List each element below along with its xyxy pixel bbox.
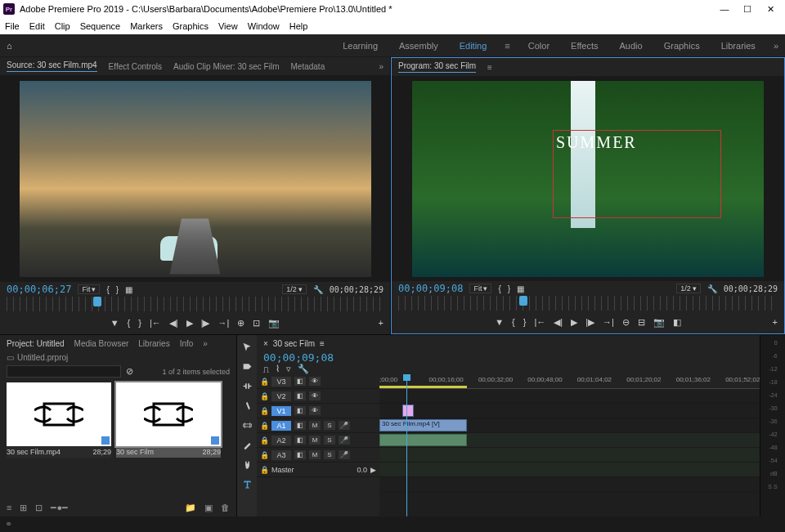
step-back-icon[interactable]: ◀| — [554, 317, 563, 328]
type-tool-icon[interactable] — [240, 477, 253, 490]
track-a2-header[interactable]: 🔒A2◧MS🎤 — [257, 433, 379, 448]
timeline-tracks-area[interactable]: ;00;00 00;00;16;00 00;00;32;00 00;00;48;… — [379, 374, 760, 516]
slip-tool-icon[interactable] — [240, 418, 253, 431]
track-a3-header[interactable]: 🔒A3◧MS🎤 — [257, 448, 379, 463]
menu-graphics[interactable]: Graphics — [173, 21, 209, 31]
clip-thumbnail[interactable] — [7, 382, 111, 446]
minimize-button[interactable]: — — [713, 4, 736, 14]
timeline-tab[interactable]: 30 sec Film — [273, 339, 315, 348]
tab-info[interactable]: Info — [180, 339, 194, 348]
play-icon[interactable]: ▶ — [571, 317, 577, 328]
marker-add-icon[interactable]: ▿ — [286, 364, 291, 374]
tab-metadata[interactable]: Metadata — [291, 62, 325, 71]
tab-audio-mixer[interactable]: Audio Clip Mixer: 30 sec Film — [173, 62, 279, 71]
marker-icon[interactable]: ▼ — [110, 318, 119, 328]
step-back-icon[interactable]: ◀| — [169, 318, 178, 329]
out-point-icon[interactable]: } — [138, 318, 141, 328]
freeform-view-icon[interactable]: ⊡ — [35, 503, 43, 513]
goto-in-icon[interactable]: |← — [150, 318, 161, 328]
menu-clip[interactable]: Clip — [55, 21, 70, 31]
track-v2-header[interactable]: 🔒V2◧👁 — [257, 389, 379, 404]
ripple-edit-tool-icon[interactable] — [240, 379, 253, 392]
program-zoom-fit[interactable]: Fit▾ — [469, 284, 491, 293]
title-text-overlay[interactable]: SUMMER — [553, 130, 640, 155]
overwrite-icon[interactable]: ⊡ — [253, 318, 260, 329]
marker-icon[interactable]: ▼ — [495, 317, 504, 327]
search-clear-icon[interactable]: ⊘ — [126, 366, 133, 377]
selection-tool-icon[interactable] — [240, 340, 253, 353]
step-fwd-icon[interactable]: |▶ — [585, 317, 594, 328]
bracket-in-icon[interactable]: { — [106, 285, 109, 294]
timeline-ruler[interactable]: ;00;00 00;00;16;00 00;00;32;00 00;00;48;… — [379, 374, 760, 389]
new-bin-icon[interactable]: 📁 — [185, 503, 196, 513]
track-v3-header[interactable]: 🔒V3◧👁 — [257, 374, 379, 389]
ws-menu-icon[interactable]: ≡ — [505, 41, 509, 51]
tab-source[interactable]: Source: 30 sec Film.mp4 — [7, 60, 97, 72]
program-monitor-view[interactable]: SUMMER — [392, 76, 784, 281]
project-search-input[interactable] — [7, 365, 121, 378]
button-editor-icon[interactable]: + — [379, 318, 384, 328]
source-monitor-view[interactable] — [0, 75, 390, 282]
export-frame-icon[interactable]: 📷 — [268, 318, 280, 329]
close-button[interactable]: ✕ — [759, 4, 782, 15]
list-view-icon[interactable]: ≡ — [7, 503, 11, 512]
ws-color[interactable]: Color — [525, 39, 553, 52]
extract-icon[interactable]: ⊟ — [638, 317, 645, 328]
audio-clip[interactable] — [379, 434, 467, 446]
compare-icon[interactable]: ◧ — [673, 317, 681, 328]
bracket-in-icon[interactable]: { — [498, 284, 500, 293]
track-v1-header[interactable]: 🔒V1◧👁 — [257, 404, 379, 418]
menu-edit[interactable]: Edit — [29, 21, 45, 31]
grid-icon[interactable]: ▦ — [517, 284, 524, 293]
settings-icon[interactable]: 🔧 — [298, 364, 309, 374]
timeline-timecode[interactable]: 00;00;09;08 — [263, 351, 334, 364]
home-icon[interactable]: ⌂ — [7, 41, 12, 51]
tab-program[interactable]: Program: 30 sec Film — [398, 61, 476, 73]
snap-icon[interactable]: ⎍ — [263, 364, 269, 374]
program-resolution[interactable]: 1/2▾ — [676, 284, 701, 293]
tab-project[interactable]: Project: Untitled — [7, 339, 65, 348]
goto-in-icon[interactable]: |← — [534, 317, 545, 327]
tab-libraries[interactable]: Libraries — [138, 339, 169, 348]
step-fwd-icon[interactable]: |▶ — [201, 318, 210, 329]
trash-icon[interactable]: 🗑 — [221, 503, 230, 512]
new-item-icon[interactable]: ▣ — [204, 503, 213, 513]
wrench-icon[interactable]: 🔧 — [707, 284, 717, 293]
grid-icon[interactable]: ▦ — [125, 285, 132, 294]
timeline-playhead[interactable] — [406, 374, 407, 516]
program-in-timecode[interactable]: 00;00;09;08 — [398, 283, 463, 294]
ws-overflow-icon[interactable]: » — [774, 41, 778, 51]
track-select-tool-icon[interactable] — [240, 360, 253, 373]
ws-graphics[interactable]: Graphics — [661, 39, 703, 52]
source-in-timecode[interactable]: 00;00;06;27 — [7, 284, 71, 295]
ws-audio[interactable]: Audio — [617, 39, 646, 52]
source-zoom-fit[interactable]: Fit▾ — [78, 284, 100, 294]
icon-view-icon[interactable]: ⊞ — [20, 503, 27, 513]
graphic-clip[interactable] — [402, 405, 414, 417]
wrench-icon[interactable]: 🔧 — [313, 285, 323, 294]
menu-markers[interactable]: Markers — [130, 21, 163, 31]
ws-effects[interactable]: Effects — [567, 39, 601, 52]
play-icon[interactable]: ▶ — [186, 318, 193, 329]
ws-assembly[interactable]: Assembly — [396, 39, 442, 52]
goto-out-icon[interactable]: →| — [218, 318, 229, 328]
tab-overflow-icon[interactable]: » — [379, 62, 384, 71]
goto-out-icon[interactable]: →| — [603, 317, 614, 327]
clip-item[interactable]: 30 sec Film28;29 — [116, 382, 221, 495]
maximize-button[interactable]: ☐ — [736, 4, 759, 15]
menu-sequence[interactable]: Sequence — [80, 21, 121, 31]
tab-media-browser[interactable]: Media Browser — [74, 339, 129, 348]
button-editor-icon[interactable]: + — [773, 317, 778, 327]
menu-window[interactable]: Window — [248, 21, 280, 31]
hand-tool-icon[interactable] — [240, 458, 253, 471]
pen-tool-icon[interactable] — [240, 438, 253, 451]
track-master-header[interactable]: 🔒Master0.0▶ — [257, 463, 379, 477]
source-scrubber[interactable] — [7, 297, 384, 311]
out-point-icon[interactable]: } — [523, 317, 527, 327]
bracket-out-icon[interactable]: } — [508, 284, 510, 293]
project-bins[interactable]: 30 sec Film.mp428;29 30 sec Film28;29 — [0, 379, 236, 498]
lift-icon[interactable]: ⊖ — [622, 317, 630, 328]
zoom-slider[interactable]: ━●━ — [51, 503, 68, 513]
linked-selection-icon[interactable]: ⌇ — [276, 364, 280, 374]
ws-libraries[interactable]: Libraries — [718, 39, 759, 52]
